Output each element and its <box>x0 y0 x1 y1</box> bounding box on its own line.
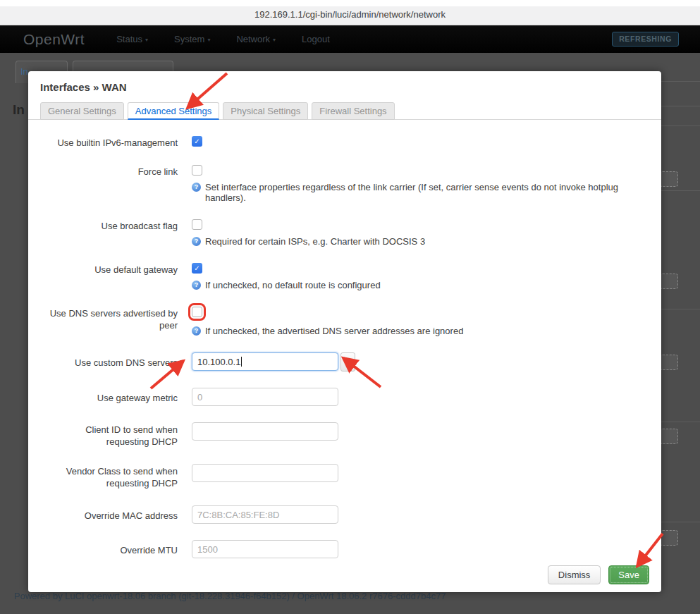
text-cursor <box>241 357 242 367</box>
field-label: Use default gateway <box>40 263 178 290</box>
openwrt-logo: OpenWrt <box>23 31 85 48</box>
nav-menu: Status▾ System▾ Network▾ Logout <box>116 34 330 44</box>
form-row-client-id: Client ID to send when requesting DHCP <box>40 422 646 448</box>
field-label: Client ID to send when requesting DHCP <box>40 422 178 448</box>
checkbox-force-link[interactable] <box>192 165 202 176</box>
background-divider <box>661 422 700 422</box>
checkbox-broadcast-flag[interactable] <box>192 219 202 230</box>
tab-general-settings[interactable]: General Settings <box>40 102 124 120</box>
background-divider <box>661 106 700 106</box>
background-divider <box>661 309 700 309</box>
dismiss-button[interactable]: Dismiss <box>548 565 601 584</box>
chevron-down-icon: ▾ <box>207 37 210 43</box>
field-label: Force link <box>40 165 178 203</box>
checkbox-builtin-ipv6[interactable]: ✓ <box>192 136 202 147</box>
nav-item-status[interactable]: Status▾ <box>116 34 148 44</box>
form-row-vendor-class: Vendor Class to send when requesting DHC… <box>40 464 646 489</box>
chevron-down-icon: ▾ <box>145 37 148 43</box>
help-row: ? If unchecked, the advertised DNS serve… <box>192 326 463 336</box>
field-label: Use DNS servers advertised by peer <box>40 307 178 336</box>
form-row-force-link: Force link ? Set interface properties re… <box>40 165 646 203</box>
top-navbar: OpenWrt Status▾ System▾ Network▾ Logout … <box>0 25 700 53</box>
dialog-actions: Dismiss Save <box>548 565 649 584</box>
help-icon: ? <box>192 183 201 192</box>
form-row-custom-dns: Use custom DNS servers 10.100.0.1+ <box>40 352 646 372</box>
form-row-default-gateway: Use default gateway ✓ ? If unchecked, no… <box>40 263 646 290</box>
form-row-dns-advertised: Use DNS servers advertised by peer ? If … <box>40 307 646 336</box>
background-button <box>660 274 678 289</box>
checkbox-dns-advertised-highlighted[interactable] <box>192 307 202 317</box>
tab-advanced-settings[interactable]: Advanced Settings <box>128 102 219 120</box>
browser-address-bar[interactable]: 192.169.1.1/cgi-bin/luci/admin/network/n… <box>0 0 700 25</box>
background-divider <box>661 125 700 126</box>
help-text: If unchecked, the advertised DNS server … <box>205 326 463 336</box>
tab-physical-settings[interactable]: Physical Settings <box>223 102 308 120</box>
help-text: Required for certain ISPs, e.g. Charter … <box>205 236 425 247</box>
client-id-input[interactable] <box>192 422 338 441</box>
refreshing-badge: REFRESHING <box>612 32 679 47</box>
form-row-gateway-metric: Use gateway metric <box>40 388 646 406</box>
form-row-broadcast-flag: Use broadcast flag ? Required for certai… <box>40 219 646 247</box>
tab-firewall-settings[interactable]: Firewall Settings <box>312 102 394 120</box>
form-row-mtu-override: Override MTU <box>40 540 646 558</box>
field-label: Override MTU <box>40 540 178 558</box>
field-label: Use gateway metric <box>40 388 178 406</box>
nav-item-system[interactable]: System▾ <box>174 34 210 44</box>
help-icon: ? <box>192 237 201 246</box>
help-row: ? If unchecked, no default route is conf… <box>192 280 381 290</box>
help-row: ? Set interface properties regardless of… <box>192 182 646 203</box>
custom-dns-input[interactable]: 10.100.0.1 <box>192 352 338 371</box>
help-text: If unchecked, no default route is config… <box>205 280 381 290</box>
help-icon: ? <box>192 326 201 336</box>
nav-item-logout[interactable]: Logout <box>302 34 330 44</box>
override-mac-input[interactable] <box>192 505 338 524</box>
background-divider <box>661 522 700 522</box>
help-text: Set interface properties regardless of t… <box>205 182 646 203</box>
field-label: Override MAC address <box>40 505 178 524</box>
background-page-heading: In <box>13 102 25 118</box>
interfaces-wan-dialog: Interfaces » WAN General Settings Advanc… <box>28 71 661 592</box>
save-button[interactable]: Save <box>608 565 649 584</box>
url-text[interactable]: 192.169.1.1/cgi-bin/luci/admin/network/n… <box>254 9 446 20</box>
field-label: Use builtin IPv6-management <box>40 136 178 149</box>
dialog-title: Interfaces » WAN <box>40 81 127 93</box>
settings-tabbar: General Settings Advanced Settings Physi… <box>28 102 661 120</box>
checkbox-default-gateway[interactable]: ✓ <box>192 263 202 274</box>
background-button <box>660 355 678 370</box>
background-button <box>660 429 678 444</box>
background-divider <box>661 81 700 82</box>
help-icon: ? <box>192 281 201 290</box>
advanced-settings-form: Use builtin IPv6-management ✓ Force link… <box>40 136 646 575</box>
form-row-ipv6-management: Use builtin IPv6-management ✓ <box>40 136 646 149</box>
background-button <box>660 530 678 546</box>
background-button <box>660 171 678 187</box>
powered-by-footer: Powered by LuCI openwrt-18.06 branch (gi… <box>14 591 684 601</box>
field-label: Vendor Class to send when requesting DHC… <box>40 464 178 489</box>
field-label: Use broadcast flag <box>40 219 178 247</box>
nav-item-network[interactable]: Network▾ <box>236 34 276 44</box>
vendor-class-input[interactable] <box>192 464 338 482</box>
override-mtu-input[interactable] <box>192 540 338 558</box>
field-label: Use custom DNS servers <box>40 352 178 372</box>
add-dns-button[interactable]: + <box>340 352 355 372</box>
gateway-metric-input[interactable] <box>192 388 338 406</box>
background-divider <box>661 190 700 191</box>
chevron-down-icon: ▾ <box>273 37 276 43</box>
form-row-mac-override: Override MAC address <box>40 505 646 524</box>
help-row: ? Required for certain ISPs, e.g. Charte… <box>192 236 425 247</box>
